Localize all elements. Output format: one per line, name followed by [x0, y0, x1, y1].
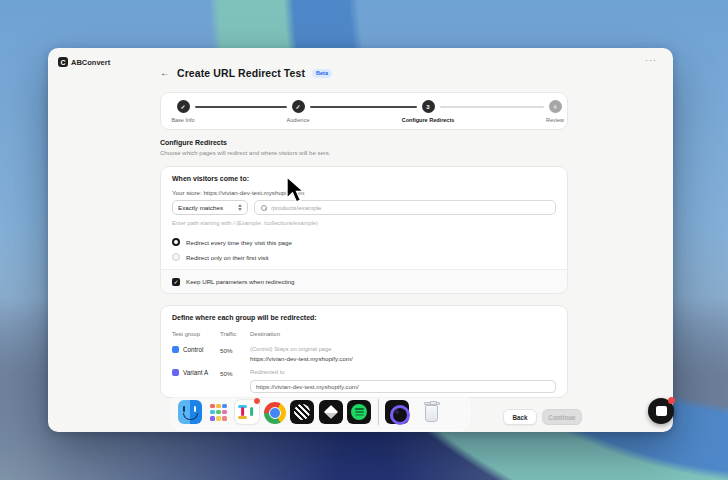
match-type-value: Exactly matches [178, 204, 223, 211]
stepper-connector [195, 106, 287, 108]
cube-app-icon[interactable] [319, 400, 343, 424]
step-label: Review [546, 117, 564, 123]
step-number: 3 [422, 100, 435, 113]
path-helper-text: Enter path starting with / (Example: /co… [172, 220, 318, 226]
destination-url: https://vivian-dev-test.myshopify.com/ [250, 355, 556, 362]
destination-note: Redirected to [250, 369, 556, 375]
stepper-connector [440, 106, 544, 108]
checkbox-label: Keep URL parameters when redirecting [186, 278, 294, 285]
slack-icon[interactable] [235, 400, 259, 424]
chat-notification-dot [668, 397, 675, 404]
col-destination: Destination [250, 331, 556, 337]
chat-widget-button[interactable] [648, 398, 674, 424]
groups-card: Define where each group will be redirect… [160, 305, 568, 398]
abconvert-window: C ABConvert ··· ← Create URL Redirect Te… [48, 48, 673, 432]
checkbox-checked-icon[interactable]: ✓ [172, 278, 180, 286]
col-test-group: Test group [172, 331, 220, 337]
back-button[interactable]: Back [503, 409, 537, 425]
table-row-control: Control 50% (Control) Stays on original … [172, 346, 556, 362]
step-number: 4 [549, 100, 562, 113]
page-header: ← Create URL Redirect Test Beta [160, 67, 332, 79]
loom-icon[interactable] [385, 400, 409, 424]
page-title: Create URL Redirect Test [177, 67, 305, 79]
group-name: Control [183, 346, 203, 353]
dock-separator [378, 399, 379, 425]
match-type-select[interactable]: Exactly matches [172, 200, 248, 215]
select-chevrons-icon [238, 204, 242, 211]
step-check-icon: ✓ [177, 100, 190, 113]
group-name: Variant A [183, 369, 208, 376]
back-arrow-icon[interactable]: ← [160, 68, 170, 78]
store-url-text: Your store: https://vivian-dev-test.mysh… [172, 189, 304, 196]
when-visitors-card: When visitors come to: Your store: https… [160, 166, 568, 294]
radio-label: Redirect only on their first visit [186, 254, 269, 261]
section-subtitle: Choose which pages will redirect and whe… [160, 150, 330, 156]
col-traffic: Traffic [220, 331, 250, 337]
card-title: Define where each group will be redirect… [172, 314, 317, 321]
search-icon [261, 205, 267, 211]
finder-icon[interactable] [178, 400, 202, 424]
continue-button[interactable]: Continue [542, 409, 582, 425]
wizard-stepper: ✓ Base Info ✓ Audience 3 Configure Redir… [160, 92, 568, 130]
radio-selected-icon[interactable] [172, 238, 180, 246]
keep-params-row: ✓ Keep URL parameters when redirecting [161, 269, 567, 293]
chrome-icon[interactable] [264, 402, 286, 424]
radio-redirect-first-visit[interactable]: Redirect only on their first visit [172, 253, 269, 261]
path-input-wrap [254, 200, 556, 215]
radio-unselected-icon[interactable] [172, 253, 180, 261]
variant-destination-input[interactable] [250, 380, 556, 393]
trash-icon[interactable] [422, 400, 442, 424]
section-title: Configure Redirects [160, 139, 227, 146]
step-label: Base Info [171, 117, 194, 123]
brand: C ABConvert [58, 57, 110, 67]
step-label: Audience [287, 117, 310, 123]
step-check-icon: ✓ [292, 100, 305, 113]
launchpad-icon[interactable] [207, 400, 231, 424]
radio-label: Redirect every time they visit this page [186, 239, 292, 246]
overflow-menu-icon[interactable]: ··· [645, 55, 657, 65]
variant-color-swatch [172, 369, 179, 376]
radio-redirect-every-time[interactable]: Redirect every time they visit this page [172, 238, 292, 246]
striped-circle-app-icon[interactable] [290, 400, 314, 424]
group-traffic: 50% [220, 346, 250, 354]
stepper-connector [310, 106, 417, 108]
abconvert-logo-icon: C [58, 57, 68, 67]
slack-notification-badge [253, 397, 261, 405]
group-traffic: 50% [220, 369, 250, 377]
path-input[interactable] [271, 204, 549, 211]
card-title: When visitors come to: [172, 175, 249, 182]
control-color-swatch [172, 346, 179, 353]
step-label: Configure Redirects [402, 117, 455, 123]
spotify-icon[interactable] [347, 400, 371, 424]
beta-badge: Beta [312, 69, 332, 78]
brand-name: ABConvert [71, 58, 110, 67]
table-header: Test group Traffic Destination [172, 331, 556, 337]
table-row-variant-a: Variant A 50% Redirected to [172, 369, 556, 393]
destination-note: (Control) Stays on original page [250, 346, 556, 352]
macos-dock [171, 393, 470, 431]
